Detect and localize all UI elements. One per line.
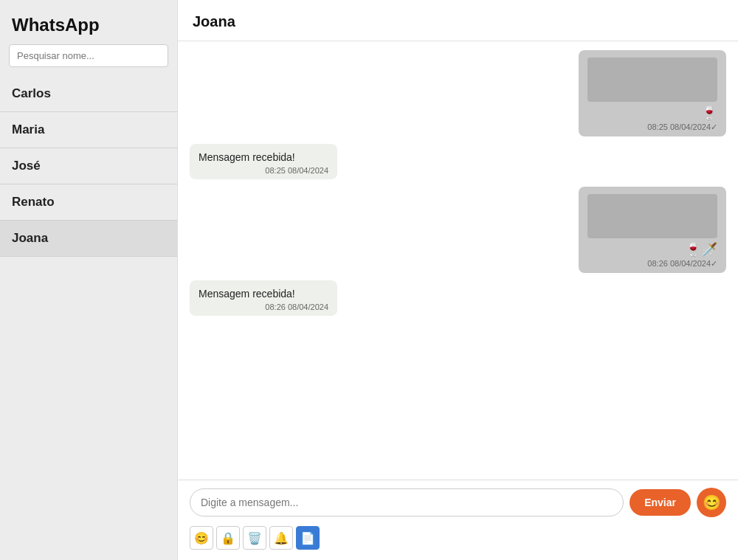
message-3: Mensagem recebida!08:26 08/04/2024: [190, 280, 337, 316]
message-2: 🍷🗡️08:26 08/04/2024✓: [579, 187, 726, 273]
message-time: 08:25 08/04/2024✓: [587, 122, 717, 132]
emoji-button[interactable]: 😊: [697, 488, 726, 517]
message-1: Mensagem recebida!08:25 08/04/2024: [190, 144, 337, 179]
sidebar: WhatsApp CarlosMariaJoséRenatoJoana: [0, 0, 177, 560]
message-text: Mensagem recebida!: [199, 288, 328, 300]
input-area: Enviar 😊 😊 🔒 🗑️ 🔔 📄: [178, 480, 738, 560]
search-input[interactable]: [9, 44, 168, 67]
message-emoji: 🍷: [587, 105, 717, 121]
input-row: Enviar 😊: [190, 488, 726, 517]
toolbar-emoji-btn[interactable]: 😊: [190, 526, 213, 550]
toolbar-note-btn[interactable]: 📄: [296, 526, 320, 550]
message-time: 08:26 08/04/2024: [199, 303, 328, 311]
chat-area: Joana 🍷08:25 08/04/2024✓Mensagem recebid…: [177, 0, 738, 560]
contact-item-joana[interactable]: Joana: [0, 221, 177, 257]
message-input[interactable]: [190, 488, 624, 516]
contact-item-josé[interactable]: José: [0, 148, 177, 184]
contact-item-renato[interactable]: Renato: [0, 184, 177, 221]
contact-item-maria[interactable]: Maria: [0, 112, 177, 148]
toolbar-bell-btn[interactable]: 🔔: [269, 526, 293, 550]
chat-header: Joana: [178, 0, 738, 41]
toolbar-lock-btn[interactable]: 🔒: [216, 526, 240, 550]
toolbar-row: 😊 🔒 🗑️ 🔔 📄: [190, 523, 726, 553]
message-time: 08:26 08/04/2024✓: [587, 259, 717, 269]
message-text: Mensagem recebida!: [199, 151, 328, 163]
toolbar-trash-btn[interactable]: 🗑️: [243, 526, 266, 550]
message-image-placeholder: [587, 194, 717, 238]
contacts-list: CarlosMariaJoséRenatoJoana: [0, 76, 177, 257]
message-time: 08:25 08/04/2024: [199, 166, 328, 175]
send-button[interactable]: Enviar: [630, 489, 691, 516]
messages-container: 🍷08:25 08/04/2024✓Mensagem recebida!08:2…: [178, 41, 738, 480]
message-image-placeholder: [587, 58, 717, 102]
message-emoji: 🍷🗡️: [587, 241, 717, 257]
contact-item-carlos[interactable]: Carlos: [0, 76, 177, 112]
app-title: WhatsApp: [0, 0, 177, 44]
search-container: [0, 44, 177, 76]
message-0: 🍷08:25 08/04/2024✓: [579, 50, 726, 136]
